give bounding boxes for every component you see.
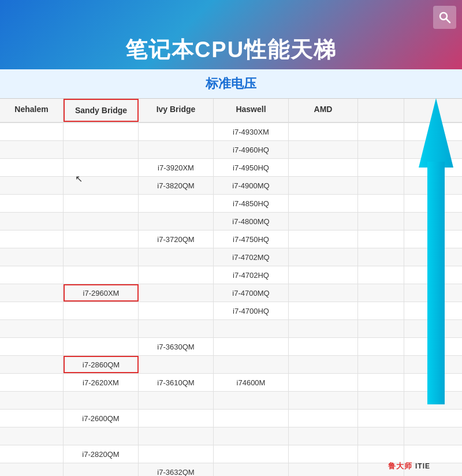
cell-ivy — [139, 445, 214, 463]
cell-haswell — [214, 356, 289, 373]
cell-sandy — [64, 338, 139, 355]
cell-ivy — [139, 284, 214, 302]
cell-ivy — [139, 392, 214, 409]
col-nehalem: Nehalem — [0, 99, 64, 122]
cell-extra — [358, 123, 404, 140]
cell-sandy — [64, 320, 139, 337]
cell-amd — [289, 320, 358, 337]
svg-line-1 — [446, 19, 450, 23]
cell-amd — [289, 356, 358, 373]
section-label: 标准电压 — [0, 69, 462, 99]
cell-sandy — [64, 302, 139, 319]
cell-ivy: i7-3630QM — [139, 338, 214, 355]
table-row: i7-2620XMi7-3610QMi74600M — [0, 374, 462, 392]
table-row — [0, 320, 462, 338]
cell-extra — [358, 266, 404, 284]
cell-sandy: i7-2860QM — [64, 356, 139, 373]
cell-sandy — [64, 266, 139, 284]
cell-nehalem — [0, 427, 64, 445]
cell-sandy — [64, 463, 139, 476]
arrow-decoration — [416, 92, 456, 410]
table-row — [0, 392, 462, 410]
col-sandy-bridge: Sandy Bridge — [64, 99, 139, 122]
cell-extra — [358, 410, 404, 427]
cell-ivy: i7-3720QM — [139, 230, 214, 248]
cell-extra — [358, 177, 404, 194]
cell-sandy — [64, 123, 139, 140]
cell-nehalem — [0, 356, 64, 373]
column-headers: Nehalem Sandy Bridge Ivy Bridge Haswell … — [0, 99, 462, 123]
cell-haswell — [214, 320, 289, 337]
cell-extra — [358, 213, 404, 230]
search-button[interactable] — [433, 6, 456, 29]
cell-haswell: i7-4960HQ — [214, 141, 289, 158]
cell-ivy — [139, 410, 214, 427]
cell-extra — [358, 230, 404, 248]
page-title: 笔记本CPU性能天梯 — [125, 35, 337, 65]
cell-extra — [358, 195, 404, 212]
cell-ivy: i7-3610QM — [139, 374, 214, 391]
cell-extra — [358, 320, 404, 337]
cell-nehalem — [0, 463, 64, 476]
up-arrow-icon — [416, 92, 456, 410]
table-row: i7-4850HQ — [0, 195, 462, 213]
cell-sandy: i7-2960XM — [64, 284, 139, 302]
cell-nehalem — [0, 266, 64, 284]
table-row: i7-4960HQ — [0, 141, 462, 159]
cell-amd — [289, 410, 358, 427]
header: 笔记本CPU性能天梯 — [0, 0, 462, 69]
cell-nehalem — [0, 177, 64, 194]
cell-ivy: i7-3632QM — [139, 463, 214, 476]
cell-ivy — [139, 248, 214, 266]
cell-haswell — [214, 410, 289, 427]
cell-amd — [289, 230, 358, 248]
cell-haswell: i7-4702HQ — [214, 266, 289, 284]
table-row: i7-4930XM — [0, 123, 462, 141]
col-ivy-bridge: Ivy Bridge — [139, 99, 214, 122]
col-haswell: Haswell — [214, 99, 289, 122]
table-row: i7-4702MQ — [0, 248, 462, 266]
table-body: i7-4930XMi7-4960HQi7-3920XMi7-4950HQi7-3… — [0, 123, 462, 476]
cell-sandy — [64, 213, 139, 230]
cell-extra — [358, 374, 404, 391]
cell-haswell — [214, 338, 289, 355]
cell-haswell: i7-4750HQ — [214, 230, 289, 248]
cell-ivy — [139, 320, 214, 337]
cell-sandy: i7-2620XM — [64, 374, 139, 391]
cell-amd — [289, 392, 358, 409]
table-row: i7-2860QM — [0, 356, 462, 374]
cell-extra — [358, 392, 404, 409]
cell-extra — [358, 159, 404, 176]
cell-extra — [358, 248, 404, 266]
cell-haswell: i7-4950HQ — [214, 159, 289, 176]
cell-haswell: i7-4850HQ — [214, 195, 289, 212]
cell-nehalem — [0, 195, 64, 212]
table-row: i7-2600QM — [0, 410, 462, 427]
cell-haswell: i7-4700HQ — [214, 302, 289, 319]
cell-sandy — [64, 248, 139, 266]
cell-sandy — [64, 230, 139, 248]
cell-haswell: i7-4700MQ — [214, 284, 289, 302]
cell-nehalem — [0, 392, 64, 409]
cell-nehalem — [0, 338, 64, 355]
col-amd: AMD — [289, 99, 358, 122]
watermark: 鲁大师 ITIE — [388, 461, 430, 471]
cell-nehalem — [0, 410, 64, 427]
table-row — [0, 427, 462, 445]
cell-amd — [289, 463, 358, 476]
cell-nehalem — [0, 284, 64, 302]
table-row: i7-3630QM — [0, 338, 462, 356]
cell-sandy: i7-2820QM — [64, 445, 139, 463]
cell-amd — [289, 159, 358, 176]
cell-amd — [289, 427, 358, 445]
cell-sandy — [64, 195, 139, 212]
table-row: i7-3920XMi7-4950HQ — [0, 159, 462, 177]
cell-sandy — [64, 177, 139, 194]
cell-haswell — [214, 392, 289, 409]
cell-sandy — [64, 159, 139, 176]
cell-nehalem — [0, 123, 64, 140]
table-row: i7-3720QMi7-4750HQ — [0, 230, 462, 248]
cell-amd — [289, 123, 358, 140]
cell-ivy — [139, 427, 214, 445]
cell-extra — [358, 141, 404, 158]
